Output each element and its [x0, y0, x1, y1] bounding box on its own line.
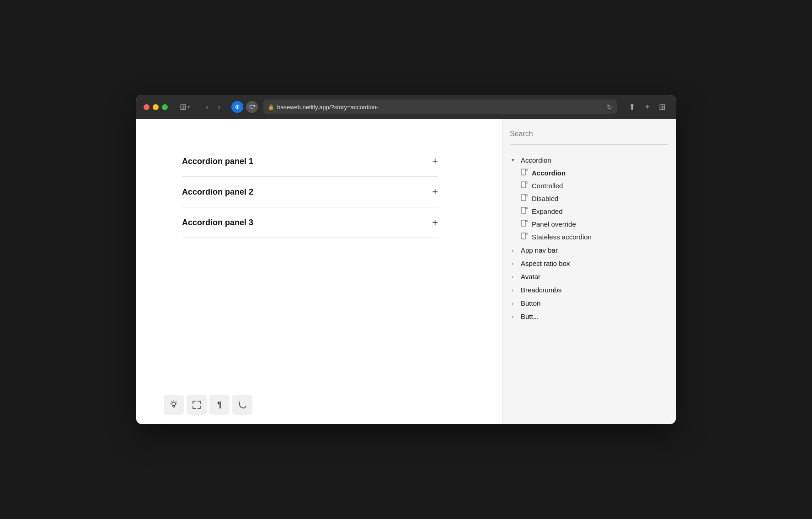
tabs-button[interactable]: ⊞	[656, 100, 668, 114]
sidebar-panel: ▾ Accordion Accord	[502, 119, 676, 424]
doc-icon-controlled	[521, 181, 528, 190]
doc-icon-disabled	[521, 194, 528, 202]
close-button[interactable]	[144, 104, 150, 110]
svg-rect-15	[526, 220, 527, 222]
theme-toggle-button[interactable]	[164, 395, 184, 415]
refresh-button[interactable]: ↻	[607, 103, 612, 111]
nav-group-button[interactable]: › Button	[510, 297, 668, 309]
sidebar-icon: ⊞	[180, 102, 187, 112]
nav-group-accordion-header[interactable]: ▾ Accordion	[510, 154, 668, 166]
fullscreen-button[interactable]	[162, 104, 168, 110]
nav-item-expanded-label: Expanded	[532, 207, 563, 215]
accordion-title-3: Accordion panel 3	[182, 218, 253, 228]
accordion-header-3[interactable]: Accordion panel 3 +	[182, 207, 438, 238]
chevron-right-icon-more: ›	[512, 314, 518, 319]
nav-children-accordion: Accordion Controlled	[519, 166, 668, 243]
nav-group-aspectratio[interactable]: › Aspect ratio box	[510, 257, 668, 270]
address-bar[interactable]: 🔒 baseweb.netlify.app/?story=accordion- …	[263, 100, 617, 114]
expand-icon	[192, 400, 201, 409]
nav-group-appnavbar[interactable]: › App nav bar	[510, 244, 668, 256]
nav-item-accordion[interactable]: Accordion	[519, 166, 668, 179]
nav-item-disabled[interactable]: Disabled	[519, 192, 668, 205]
doc-icon	[521, 169, 528, 177]
lock-icon: 🔒	[268, 104, 274, 110]
nav-item-panel-override-label: Panel override	[532, 220, 576, 228]
svg-rect-7	[526, 169, 527, 170]
fullscreen-toggle-button[interactable]	[187, 395, 207, 415]
toolbar-right: ⬆ + ⊞	[626, 100, 668, 114]
nav-group-breadcrumbs-label: Breadcrumbs	[521, 286, 561, 294]
nav-item-accordion-label: Accordion	[532, 169, 566, 177]
new-tab-button[interactable]: +	[642, 101, 652, 114]
svg-rect-13	[526, 207, 527, 209]
search-container	[510, 128, 668, 145]
share-button[interactable]: ⬆	[626, 100, 638, 114]
svg-rect-17	[526, 233, 527, 234]
back-button[interactable]: ‹	[202, 101, 212, 113]
nav-item-stateless[interactable]: Stateless accordion	[519, 230, 668, 243]
accordion-expand-icon-2: +	[432, 187, 438, 197]
nav-group-breadcrumbs[interactable]: › Breadcrumbs	[510, 284, 668, 296]
accordion-item-1: Accordion panel 1 +	[182, 146, 438, 177]
chevron-right-icon-button: ›	[512, 301, 518, 306]
nav-item-stateless-label: Stateless accordion	[532, 233, 592, 241]
doc-icon-panel-override	[521, 220, 528, 228]
accordion-expand-icon-3: +	[432, 217, 438, 228]
accordion-title-1: Accordion panel 1	[182, 157, 253, 166]
search-input[interactable]	[510, 128, 668, 140]
chevron-down-icon: ▾	[512, 157, 518, 163]
nav-group-button-label: Button	[521, 299, 540, 307]
chevron-right-icon-avatar: ›	[512, 274, 518, 280]
svg-rect-10	[521, 195, 526, 201]
accordion-header-1[interactable]: Accordion panel 1 +	[182, 146, 438, 176]
nav-item-controlled[interactable]: Controlled	[519, 179, 668, 192]
svg-rect-16	[521, 233, 526, 239]
viewport-toggle-button[interactable]	[232, 395, 252, 415]
nav-item-disabled-label: Disabled	[532, 195, 558, 202]
svg-rect-12	[521, 207, 526, 213]
svg-line-2	[176, 401, 176, 402]
browser-window: ⊞ ▾ ‹ › ① 🛡 🔒 baseweb.netlify.app/?story…	[136, 95, 676, 424]
nav-group-accordion-label: Accordion	[521, 156, 551, 164]
svg-rect-14	[521, 220, 526, 226]
extension-shield[interactable]: 🛡	[246, 101, 258, 113]
doc-icon-expanded	[521, 207, 528, 215]
nav-item-expanded[interactable]: Expanded	[519, 205, 668, 217]
nav-buttons: ‹ ›	[202, 101, 224, 113]
address-text: baseweb.netlify.app/?story=accordion-	[277, 104, 604, 111]
nav-item-panel-override[interactable]: Panel override	[519, 217, 668, 230]
svg-rect-8	[521, 182, 526, 188]
svg-rect-6	[521, 169, 526, 175]
accordion-item-2: Accordion panel 2 +	[182, 177, 438, 207]
svg-rect-9	[526, 182, 527, 183]
forward-button[interactable]: ›	[214, 101, 224, 113]
nav-group-more-label: Butt...	[521, 312, 539, 320]
chevron-right-icon-breadcrumbs: ›	[512, 287, 518, 293]
minimize-button[interactable]	[153, 104, 159, 110]
svg-rect-11	[526, 195, 527, 196]
nav-group-accordion: ▾ Accordion Accord	[510, 154, 668, 243]
nav-item-controlled-label: Controlled	[532, 182, 563, 190]
title-bar: ⊞ ▾ ‹ › ① 🛡 🔒 baseweb.netlify.app/?story…	[136, 95, 676, 119]
bottom-toolbar: ¶	[164, 395, 252, 415]
svg-line-4	[171, 401, 171, 402]
hook-icon	[237, 400, 247, 410]
accordion-title-2: Accordion panel 2	[182, 187, 253, 197]
chevron-right-icon-appnavbar: ›	[512, 248, 518, 253]
extensions: ① 🛡	[231, 101, 258, 113]
chevron-right-icon-aspectratio: ›	[512, 261, 518, 266]
browser-content: Accordion panel 1 + Accordion panel 2 + …	[136, 119, 676, 424]
accordion-header-2[interactable]: Accordion panel 2 +	[182, 177, 438, 207]
svg-point-0	[172, 402, 176, 406]
main-panel: Accordion panel 1 + Accordion panel 2 + …	[136, 119, 502, 424]
accordion-list: Accordion panel 1 + Accordion panel 2 + …	[182, 146, 438, 238]
sidebar-toggle[interactable]: ⊞ ▾	[177, 100, 193, 114]
nav-group-appnavbar-label: App nav bar	[521, 246, 558, 254]
extension-1password[interactable]: ①	[231, 101, 243, 113]
sidebar-dropdown-icon: ▾	[187, 104, 190, 110]
doc-icon-stateless	[521, 233, 528, 241]
nav-group-more[interactable]: › Butt...	[510, 310, 668, 323]
accordion-item-3: Accordion panel 3 +	[182, 207, 438, 238]
rtl-toggle-button[interactable]: ¶	[209, 395, 230, 415]
nav-group-avatar[interactable]: › Avatar	[510, 270, 668, 283]
